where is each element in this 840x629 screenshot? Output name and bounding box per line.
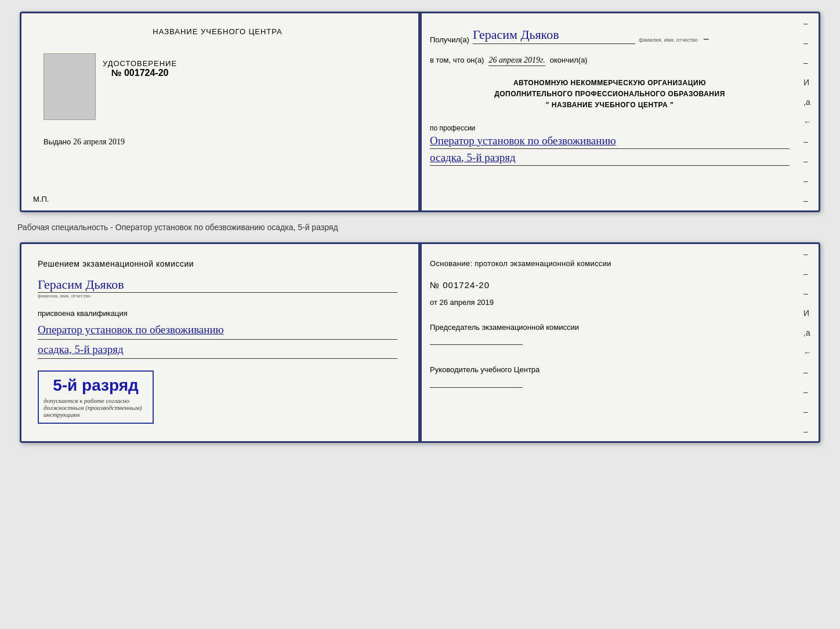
director-sig-line [430, 376, 523, 388]
person-fio-sub: фамилия, имя, отчество [38, 293, 397, 299]
profession-value-2: осадка, 5-й разряд [430, 151, 790, 166]
qual-line1: Оператор установок по обезвоживанию [38, 322, 397, 340]
top-certificate-card: НАЗВАНИЕ УЧЕБНОГО ЦЕНТРА УДОСТОВЕРЕНИЕ №… [20, 12, 820, 212]
qualification-value: Оператор установок по обезвоживанию осад… [38, 322, 397, 359]
finished-label: окончил(а) [550, 56, 588, 64]
dash: – [704, 34, 709, 44]
recipient-line: Получил(а) Герасим Дьяков фамилия, имя, … [430, 27, 790, 44]
date-value: 26 апреля 2019г. [488, 56, 545, 66]
protocol-date-value: 26 апреля 2019 [440, 298, 494, 307]
received-label: Получил(а) [430, 35, 469, 44]
right-dashes-bottom: –––И,а←–––– [803, 244, 812, 441]
chairman-sig-line [430, 333, 523, 345]
date-intro: в том, что он(а) [430, 56, 484, 64]
stamp-rank: 5-й разряд [53, 376, 139, 395]
mp-label: М.П. [33, 195, 49, 203]
director-title: Руководитель учебного Центра [430, 364, 790, 376]
right-dashes: –––И,а←–––– [803, 13, 812, 210]
commission-title: Решением экзаменационной комиссии [38, 258, 397, 270]
org-line1: АВТОНОМНУЮ НЕКОММЕРЧЕСКУЮ ОРГАНИЗАЦИЮ [430, 78, 790, 89]
qualification-label: присвоена квалификация [38, 309, 397, 318]
qual-line2: осадка, 5-й разряд [38, 342, 397, 359]
stamp-permission: допускается к работе согласно должностны… [44, 397, 148, 418]
issued-line: Выдано 26 апреля 2019 [44, 137, 125, 147]
org-line3: " НАЗВАНИЕ УЧЕБНОГО ЦЕНТРА " [430, 100, 790, 111]
bottom-right-panel: Основание: протокол экзаменационной коми… [414, 244, 819, 441]
protocol-date: от 26 апреля 2019 [430, 298, 790, 307]
person-name-block: Герасим Дьяков фамилия, имя, отчество [38, 277, 397, 300]
top-right-panel: Получил(а) Герасим Дьяков фамилия, имя, … [414, 13, 819, 210]
photo-placeholder [44, 53, 96, 120]
cert-number: № 001724-20 [111, 68, 169, 78]
chairman-block: Председатель экзаменационной комиссии [430, 322, 790, 350]
protocol-date-label: от [430, 298, 437, 307]
issued-date: 26 апреля 2019 [73, 137, 125, 146]
top-left-panel: НАЗВАНИЕ УЧЕБНОГО ЦЕНТРА УДОСТОВЕРЕНИЕ №… [21, 13, 414, 210]
director-block: Руководитель учебного Центра [430, 364, 790, 392]
cert-label: УДОСТОВЕРЕНИЕ [103, 59, 177, 68]
org-block: АВТОНОМНУЮ НЕКОММЕРЧЕСКУЮ ОРГАНИЗАЦИЮ ДО… [430, 78, 790, 111]
date-line: в том, что он(а) 26 апреля 2019г. окончи… [430, 56, 790, 66]
protocol-number: № 001724-20 [430, 280, 790, 290]
profession-block: по профессии Оператор установок по обезв… [430, 124, 790, 166]
profession-value-1: Оператор установок по обезвоживанию [430, 134, 790, 149]
profession-label: по профессии [430, 124, 790, 132]
person-name: Герасим Дьяков [38, 277, 397, 293]
org-line2: ДОПОЛНИТЕЛЬНОГО ПРОФЕССИОНАЛЬНОГО ОБРАЗО… [430, 89, 790, 100]
bottom-certificate-card: Решением экзаменационной комиссии Гераси… [20, 242, 820, 443]
recipient-name: Герасим Дьяков [473, 27, 635, 44]
middle-specialty-label: Рабочая специальность - Оператор установ… [12, 223, 338, 232]
top-left-title: НАЗВАНИЕ УЧЕБНОГО ЦЕНТРА [153, 27, 282, 36]
chairman-title: Председатель экзаменационной комиссии [430, 322, 790, 334]
stamp-box: 5-й разряд допускается к работе согласно… [38, 370, 154, 424]
issued-label: Выдано [44, 137, 71, 146]
protocol-title: Основание: протокол экзаменационной коми… [430, 258, 790, 270]
fio-sublabel: фамилия, имя, отчество [639, 37, 698, 43]
bottom-left-panel: Решением экзаменационной комиссии Гераси… [21, 244, 414, 441]
